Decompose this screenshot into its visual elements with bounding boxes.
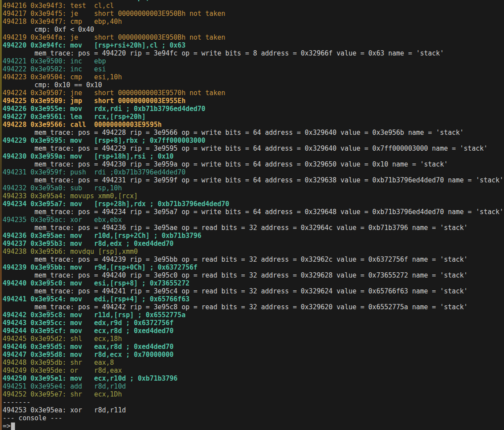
terminal-line: ------- xyxy=(3,398,504,406)
terminal-viewport[interactable]: p ,494216 0x3e94f3: test cl,cl494217 0x3… xyxy=(0,0,504,430)
terminal-line: 494247 0x3e95d8: mov r8d,ecx ; 0x7000000… xyxy=(3,351,504,359)
terminal-line: 494243 0x3e95cc: mov edx,r9d ; 0x6372756… xyxy=(3,319,504,327)
terminal-line: 494240 0x3e95c0: mov esi,[rsp+8] ; 0x736… xyxy=(3,279,504,287)
console-prompt-label: => xyxy=(3,422,11,430)
terminal-line: mem_trace: pos = 494240 rip = 3e95c0 op … xyxy=(3,271,504,279)
terminal-line: 494225 0x3e9509: jmp short 00000000003E9… xyxy=(3,97,504,105)
terminal-line: 494237 0x3e95b3: mov r8d,edx ; 0xed4ded7… xyxy=(3,240,504,248)
terminal-line: 494251 0x3e95e4: add r8d,r10d xyxy=(3,382,504,390)
terminal-line: 494230 0x3e959a: mov [rsp+18h],rsi ; 0x1… xyxy=(3,152,504,160)
terminal-line: 494253 0x3e95ea: xor r8d,r11d xyxy=(3,406,504,414)
text-cursor-block[interactable] xyxy=(11,423,15,430)
terminal-line: mem_trace: pos = 494230 rip = 3e959a op … xyxy=(3,160,504,168)
terminal-line: 494241 0x3e95c4: mov edi,[rsp+4] ; 0x657… xyxy=(3,295,504,303)
terminal-line: 494234 0x3e95a7: mov [rsp+28h],rdx ; 0xb… xyxy=(3,200,504,208)
terminal-line: mem_trace: pos = 494228 rip = 3e9566 op … xyxy=(3,129,504,137)
terminal-line: mem_trace: pos = 494242 rip = 3e95c8 op … xyxy=(3,303,504,311)
terminal-line: 494238 0x3e95b6: movdqu [rsp],xmm0 xyxy=(3,248,504,256)
terminal-line: 494245 0x3e95d2: shl ecx,18h xyxy=(3,335,504,343)
console-prompt-row[interactable]: => xyxy=(3,422,504,430)
terminal-line: cmp: 0xf < 0x40 xyxy=(3,26,504,33)
terminal-line: 494229 0x3e9595: mov [rsp+8],rbx ; 0x7ff… xyxy=(3,137,504,145)
terminal-line: 494216 0x3e94f3: test cl,cl xyxy=(3,2,504,10)
terminal-line: 494221 0x3e9500: inc ebp xyxy=(3,57,504,65)
terminal-line: 494244 0x3e95cf: mov ecx,r8d ; 0xed4ded7… xyxy=(3,327,504,335)
scroll-indicator-strip[interactable] xyxy=(0,0,2,430)
terminal-line: 494228 0x3e9566: call 00000000003E9595h xyxy=(3,121,504,129)
terminal-line: 494246 0x3e95d5: mov eax,r8d ; 0xed4ded7… xyxy=(3,343,504,351)
terminal-line: 494252 0x3e95e7: shr ecx,1Dh xyxy=(3,390,504,398)
terminal-line: 494242 0x3e95c8: mov r11d,[rsp] ; 0x6552… xyxy=(3,311,504,319)
terminal-line: mem_trace: pos = 494234 rip = 3e95a7 op … xyxy=(3,208,504,216)
terminal-line: mem_trace: pos = 494220 rip = 3e94fc op … xyxy=(3,49,504,57)
terminal-line: --- console --- xyxy=(3,414,504,422)
terminal-line: 494248 0x3e95db: shr eax,8 xyxy=(3,359,504,367)
terminal-line: 494236 0x3e95ae: mov r10d,[rsp+2Ch] ; 0x… xyxy=(3,232,504,240)
terminal-line: 494227 0x3e9561: lea rcx,[rsp+20h] xyxy=(3,113,504,121)
terminal-line: 494224 0x3e9507: jne short 00000000003E9… xyxy=(3,89,504,97)
terminal-line: mem_trace: pos = 494229 rip = 3e9595 op … xyxy=(3,145,504,152)
terminal-line: mem_trace: pos = 494239 rip = 3e95bb op … xyxy=(3,256,504,263)
terminal-line: 494217 0x3e94f5: je short 00000000003E95… xyxy=(3,10,504,18)
terminal-line: 494219 0x3e94fa: je short 00000000003E95… xyxy=(3,33,504,41)
terminal-line: mem_trace: pos = 494236 rip = 3e95ae op … xyxy=(3,224,504,232)
terminal-line: 494218 0x3e94f7: cmp ebp,40h xyxy=(3,18,504,26)
terminal-line: mem_trace: pos = 494231 rip = 3e959f op … xyxy=(3,176,504,184)
terminal-line: 494223 0x3e9504: cmp esi,10h xyxy=(3,73,504,81)
terminal-line: 494239 0x3e95bb: mov r9d,[rsp+0Ch] ; 0x6… xyxy=(3,263,504,271)
terminal-line: 494249 0x3e95de: or r8d,eax xyxy=(3,367,504,374)
terminal-line: 494226 0x3e955e: mov rdx,rdi ; 0xb71b379… xyxy=(3,105,504,113)
terminal-line: 494235 0x3e95ac: xor ebx,ebx xyxy=(3,216,504,224)
terminal-line: mem_trace: pos = 494241 rip = 3e95c4 op … xyxy=(3,287,504,295)
terminal-line: cmp: 0x10 == 0x10 xyxy=(3,81,504,89)
terminal-line: 494250 0x3e95e1: mov ecx,r10d ; 0xb71b37… xyxy=(3,374,504,382)
terminal-line: 494233 0x3e95a4: movups xmm0,[rcx] xyxy=(3,192,504,200)
terminal-output: p ,494216 0x3e94f3: test cl,cl494217 0x3… xyxy=(3,0,504,422)
terminal-line: 494231 0x3e959f: push rdi ;0xb71b3796ed4… xyxy=(3,168,504,176)
terminal-line: 494220 0x3e94fc: mov [rsp+rsi+20h],cl ; … xyxy=(3,41,504,49)
terminal-line: 494232 0x3e95a0: sub rsp,10h xyxy=(3,184,504,192)
terminal-line: 494222 0x3e9502: inc esi xyxy=(3,65,504,73)
